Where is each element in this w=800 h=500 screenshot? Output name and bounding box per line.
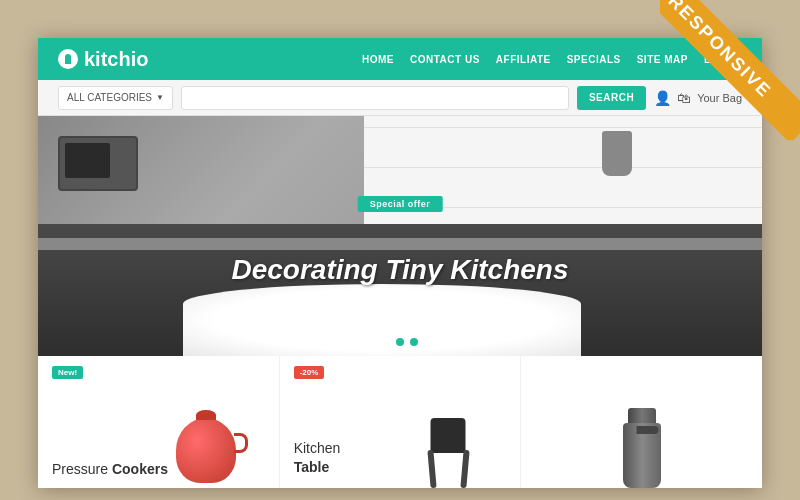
search-input-wrap [181, 86, 569, 110]
product-image-1 [134, 356, 278, 488]
products-section: New! Pressure Cookers -20% KitchenTable [38, 356, 762, 488]
category-label: ALL CATEGORIES [67, 92, 152, 103]
product-title-2: KitchenTable [294, 439, 341, 478]
logo-text: kitchio [84, 48, 148, 71]
product-card-pressure-cookers: New! Pressure Cookers [38, 356, 280, 488]
search-input[interactable] [190, 87, 560, 109]
hero-headline: Decorating Tiny Kitchens [38, 254, 762, 286]
search-bar: ALL CATEGORIES ▼ SEARCH 👤 🛍 Your Bag [38, 80, 762, 116]
special-offer-badge: Special offer [358, 196, 443, 212]
nav-specials[interactable]: SPECIALS [567, 54, 621, 65]
search-button[interactable]: SEARCH [577, 86, 646, 110]
carousel-dot-1[interactable] [382, 338, 390, 346]
product-badge-new: New! [52, 366, 83, 379]
stool-leg-left [427, 450, 436, 488]
hero-section: Special offer Decorating Tiny Kitchens [38, 116, 762, 356]
responsive-badge-text: RESPONSIVE [660, 0, 800, 140]
carousel-dot-2[interactable] [396, 338, 404, 346]
site-container: kitchio HOME CONTACT US AFFILIATE SPECIA… [38, 38, 762, 488]
product-card-tap [521, 356, 762, 488]
logo-icon [58, 49, 78, 69]
kettle-handle [234, 433, 248, 453]
carousel-dots [382, 338, 418, 346]
nav-affiliate[interactable]: AFFILIATE [496, 54, 551, 65]
tap-spout [636, 426, 658, 434]
header: kitchio HOME CONTACT US AFFILIATE SPECIA… [38, 38, 762, 80]
product-badge-discount: -20% [294, 366, 325, 379]
stool-leg-right [460, 450, 469, 488]
product-image-3 [521, 356, 762, 488]
product-image-2 [376, 356, 520, 488]
product-title-bold-2: Table [294, 459, 330, 475]
responsive-badge: RESPONSIVE [660, 0, 800, 140]
hero-kettle [602, 131, 632, 176]
kettle-icon [176, 418, 236, 483]
category-chevron: ▼ [156, 93, 164, 102]
hero-microwave [58, 136, 138, 191]
nav-contact[interactable]: CONTACT US [410, 54, 480, 65]
nav-home[interactable]: HOME [362, 54, 394, 65]
outer-background: RESPONSIVE kitchio HOME CONTACT US AFFIL… [0, 0, 800, 500]
carousel-dot-3[interactable] [410, 338, 418, 346]
tap-icon [614, 408, 669, 488]
hero-counter [38, 238, 762, 250]
stool-seat [431, 418, 466, 453]
logo[interactable]: kitchio [58, 48, 148, 71]
product-card-kitchen-table: -20% KitchenTable [280, 356, 522, 488]
category-select[interactable]: ALL CATEGORIES ▼ [58, 86, 173, 110]
stool-icon [421, 418, 476, 488]
